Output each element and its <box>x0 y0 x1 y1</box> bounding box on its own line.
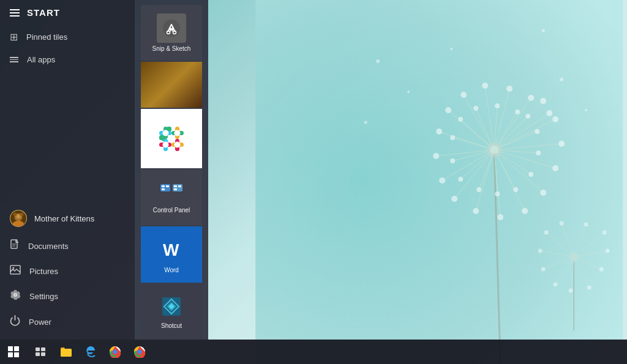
svg-point-41 <box>473 208 479 214</box>
chrome-icon-2 <box>133 346 146 358</box>
svg-rect-141 <box>36 347 40 351</box>
tiles-panel: Snip & Sketch <box>135 0 208 340</box>
svg-point-48 <box>482 83 488 89</box>
svg-point-52 <box>525 114 530 119</box>
svg-point-39 <box>522 208 528 214</box>
dandelion-illustration <box>251 0 627 364</box>
svg-point-42 <box>451 196 457 202</box>
svg-rect-0 <box>255 0 623 364</box>
nav-item-pinned-tiles[interactable]: ⊞ Pinned tiles <box>0 25 135 49</box>
svg-point-50 <box>528 95 534 101</box>
control-panel-icon <box>159 180 184 204</box>
svg-rect-142 <box>41 347 45 351</box>
svg-point-63 <box>473 106 478 111</box>
chrome-button-1[interactable] <box>103 340 127 364</box>
svg-point-97 <box>584 223 588 227</box>
svg-rect-132 <box>174 185 177 187</box>
slack-icon <box>154 122 189 156</box>
tile-snip-sketch[interactable]: Snip & Sketch <box>141 5 202 61</box>
svg-point-98 <box>569 253 578 261</box>
nav-item-pictures[interactable]: Pictures <box>0 259 135 283</box>
svg-point-38 <box>540 190 546 196</box>
svg-point-57 <box>495 191 500 196</box>
svg-point-89 <box>599 267 603 272</box>
svg-point-124 <box>175 130 181 136</box>
shotcut-label: Shotcut <box>161 322 182 330</box>
all-apps-icon <box>10 56 18 64</box>
taskbar <box>0 340 627 364</box>
svg-point-102 <box>13 213 17 217</box>
shotcut-icon <box>158 293 185 320</box>
svg-rect-133 <box>178 185 181 187</box>
tile-word[interactable]: W Word <box>141 226 202 282</box>
svg-point-123 <box>163 130 169 136</box>
svg-point-34 <box>540 98 546 104</box>
svg-point-109 <box>163 20 180 37</box>
svg-rect-129 <box>166 185 169 187</box>
nav-item-all-apps[interactable]: All apps <box>0 49 135 70</box>
chrome-icon-1 <box>109 346 121 358</box>
edge-icon <box>84 346 97 358</box>
tile-shotcut[interactable]: Shotcut <box>141 284 202 340</box>
pictures-icon <box>10 265 21 277</box>
nav-item-settings[interactable]: Settings <box>0 283 135 309</box>
pictures-label: Pictures <box>29 267 58 276</box>
settings-label: Settings <box>29 292 58 301</box>
svg-point-43 <box>439 177 445 184</box>
menu-header[interactable]: START <box>0 0 135 25</box>
windows-logo <box>8 346 19 357</box>
chrome-button-2[interactable] <box>127 340 152 364</box>
left-panel: START ⊞ Pinned tiles All apps <box>0 0 135 340</box>
svg-rect-128 <box>162 185 165 187</box>
control-panel-label: Control Panel <box>153 207 190 214</box>
svg-point-60 <box>450 158 455 163</box>
svg-point-68 <box>376 59 380 63</box>
nav-item-power[interactable]: Power <box>0 309 135 335</box>
svg-point-88 <box>605 249 609 253</box>
svg-point-92 <box>553 283 557 287</box>
svg-point-73 <box>585 109 587 111</box>
task-view-button[interactable] <box>27 340 54 364</box>
user-name: Mother of Kittens <box>34 214 94 223</box>
svg-point-125 <box>163 141 169 147</box>
edge-button[interactable] <box>78 340 103 364</box>
svg-point-74 <box>541 29 544 32</box>
svg-point-96 <box>559 221 563 226</box>
svg-point-93 <box>541 267 545 272</box>
svg-point-62 <box>458 117 463 122</box>
svg-point-55 <box>528 172 533 177</box>
svg-rect-143 <box>36 352 40 356</box>
start-button[interactable] <box>0 340 27 364</box>
tile-control-panel[interactable]: Control Panel <box>141 169 202 225</box>
svg-point-94 <box>538 249 542 253</box>
power-icon <box>10 315 20 329</box>
nav-item-documents[interactable]: Documents <box>0 233 135 259</box>
svg-point-45 <box>436 128 442 135</box>
start-title: START <box>27 7 60 18</box>
svg-rect-144 <box>41 352 45 356</box>
tile-slack[interactable] <box>141 109 202 168</box>
svg-point-49 <box>506 86 512 92</box>
svg-point-70 <box>364 121 367 124</box>
hamburger-icon[interactable] <box>10 9 20 17</box>
start-menu: START ⊞ Pinned tiles All apps <box>0 0 208 340</box>
svg-point-90 <box>587 286 591 290</box>
word-label: Word <box>164 267 179 274</box>
file-explorer-button[interactable] <box>54 340 78 364</box>
tile-user-pic-area <box>141 62 202 108</box>
word-icon: W <box>157 235 186 264</box>
svg-point-72 <box>560 78 563 81</box>
pinned-tiles-label: Pinned tiles <box>26 32 67 42</box>
svg-point-47 <box>460 92 467 98</box>
svg-point-59 <box>458 177 463 182</box>
svg-point-58 <box>476 187 481 192</box>
svg-point-95 <box>544 231 548 235</box>
svg-rect-127 <box>160 184 170 191</box>
svg-point-150 <box>138 350 142 354</box>
settings-icon <box>10 289 21 303</box>
folder-icon <box>59 346 73 358</box>
svg-point-126 <box>175 141 181 147</box>
user-item[interactable]: Mother of Kittens <box>0 204 135 233</box>
svg-point-103 <box>20 213 24 217</box>
svg-point-69 <box>407 91 410 93</box>
